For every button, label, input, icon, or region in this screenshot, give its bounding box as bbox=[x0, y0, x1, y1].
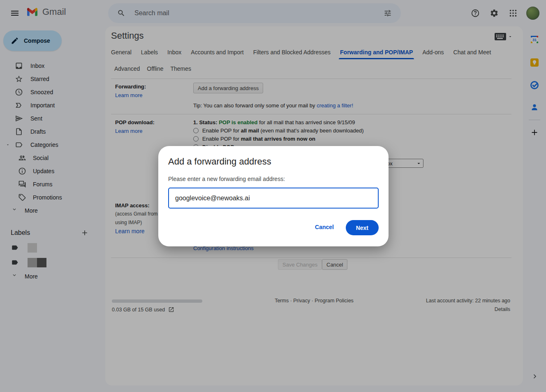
add-forwarding-address-dialog: Add a forwarding address Please enter a … bbox=[158, 146, 389, 246]
forwarding-email-input[interactable] bbox=[168, 188, 379, 209]
dialog-title: Add a forwarding address bbox=[168, 156, 271, 167]
dialog-prompt: Please enter a new forwarding email addr… bbox=[168, 176, 285, 182]
dialog-cancel-button[interactable]: Cancel bbox=[315, 224, 334, 230]
dialog-next-button[interactable]: Next bbox=[346, 220, 379, 235]
